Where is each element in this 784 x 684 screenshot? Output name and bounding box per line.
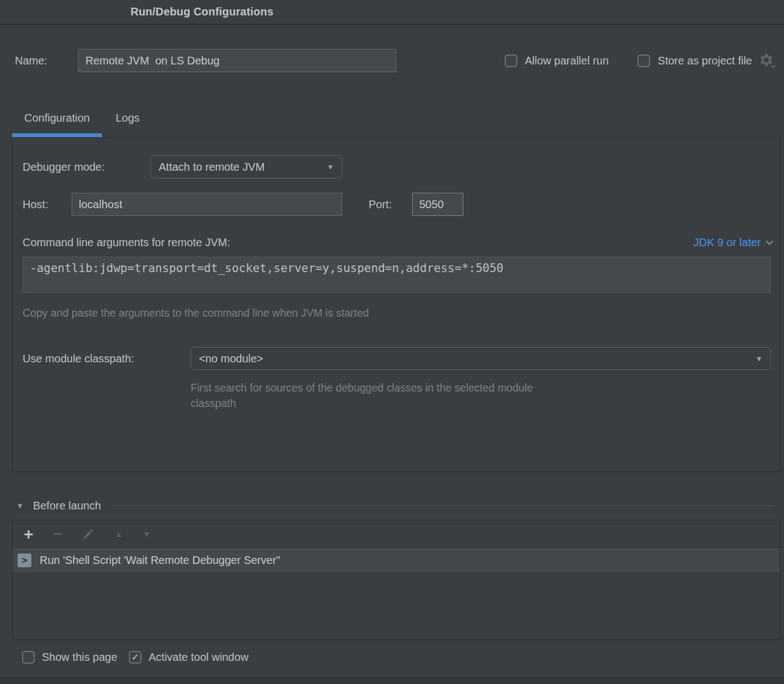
show-this-page-option[interactable]: Show this page: [22, 651, 117, 664]
command-line-label: Command line arguments for remote JVM:: [23, 236, 230, 249]
command-line-hint: Copy and paste the arguments to the comm…: [23, 307, 771, 319]
store-as-project-file-label: Store as project file: [658, 55, 752, 67]
dialog-titlebar: Run/Debug Configurations: [0, 0, 784, 25]
store-settings-gear-button[interactable]: [759, 52, 775, 69]
debugger-mode-select[interactable]: Attach to remote JVM ▼: [150, 155, 342, 178]
move-up-button[interactable]: ▲: [115, 530, 123, 538]
jdk-version-selector[interactable]: JDK 9 or later: [694, 236, 771, 249]
remove-task-button[interactable]: −: [53, 526, 62, 542]
header-options: Allow parallel run Store as project file: [505, 52, 776, 69]
tab-logs[interactable]: Logs: [102, 112, 154, 137]
activate-tool-window-option[interactable]: ✓ Activate tool window: [129, 651, 248, 664]
activate-tool-window-label: Activate tool window: [149, 651, 248, 664]
edit-task-button[interactable]: [82, 528, 95, 540]
before-launch-task-row[interactable]: > Run 'Shell Script 'Wait Remote Debugge…: [13, 548, 780, 572]
tab-bar: Configuration Logs: [0, 112, 784, 137]
module-classpath-row: Use module classpath: <no module> ▼: [23, 347, 771, 370]
checkmark-icon: ✓: [131, 653, 139, 662]
show-this-page-checkbox[interactable]: [22, 651, 35, 664]
host-input[interactable]: [72, 193, 342, 216]
store-as-project-file-checkbox[interactable]: [637, 55, 650, 67]
command-line-header: Command line arguments for remote JVM: J…: [23, 235, 771, 250]
gear-caret-icon: [771, 66, 776, 69]
configuration-panel: Debugger mode: Attach to remote JVM ▼ Ho…: [12, 137, 780, 472]
chevron-down-icon: ▼: [327, 164, 334, 171]
move-down-button[interactable]: ▼: [143, 530, 151, 538]
shell-script-run-icon: >: [18, 553, 31, 567]
debugger-mode-row: Debugger mode: Attach to remote JVM ▼: [23, 155, 771, 178]
name-input[interactable]: [78, 49, 396, 72]
allow-parallel-run-option[interactable]: Allow parallel run: [505, 55, 609, 67]
debugger-mode-label: Debugger mode:: [23, 161, 150, 173]
dialog-title: Run/Debug Configurations: [0, 6, 273, 18]
activate-tool-window-checkbox[interactable]: ✓: [129, 651, 142, 664]
before-launch-panel: + − ▲ ▼ > Run 'Shell Script 'Wait Remote…: [12, 520, 780, 640]
before-launch-task-label: Run 'Shell Script 'Wait Remote Debugger …: [40, 554, 280, 567]
add-task-button[interactable]: +: [24, 526, 34, 542]
port-label: Port:: [369, 198, 412, 211]
before-launch-title: Before launch: [33, 500, 101, 512]
host-label: Host:: [23, 198, 72, 211]
command-line-arguments-textarea[interactable]: -agentlib:jdwp=transport=dt_socket,serve…: [23, 257, 771, 293]
port-input[interactable]: [412, 193, 463, 216]
name-label: Name:: [15, 55, 78, 67]
allow-parallel-run-label: Allow parallel run: [525, 55, 609, 67]
module-classpath-hint: First search for sources of the debugged…: [191, 380, 565, 411]
allow-parallel-run-checkbox[interactable]: [505, 55, 517, 67]
show-this-page-label: Show this page: [42, 651, 117, 664]
tab-configuration[interactable]: Configuration: [12, 112, 102, 137]
store-as-project-file-option[interactable]: Store as project file: [637, 55, 752, 67]
before-launch-divider: [111, 506, 775, 506]
dialog-bottom-edge: [0, 677, 784, 684]
before-launch-header: ▼ Before launch: [12, 500, 775, 512]
module-classpath-select[interactable]: <no module> ▼: [191, 347, 771, 370]
collapse-triangle-icon[interactable]: ▼: [17, 502, 24, 510]
module-classpath-value: <no module>: [199, 352, 263, 365]
host-port-row: Host: Port:: [23, 193, 771, 216]
debugger-mode-value: Attach to remote JVM: [159, 161, 264, 173]
chevron-down-icon: [766, 238, 773, 245]
module-classpath-label: Use module classpath:: [23, 352, 191, 365]
footer-options: Show this page ✓ Activate tool window: [22, 651, 784, 664]
pencil-icon: [82, 528, 95, 540]
name-row: Name: Allow parallel run Store as projec…: [15, 49, 775, 72]
chevron-down-icon: ▼: [755, 355, 763, 362]
before-launch-toolbar: + − ▲ ▼: [13, 520, 780, 548]
jdk-version-label: JDK 9 or later: [694, 236, 761, 249]
